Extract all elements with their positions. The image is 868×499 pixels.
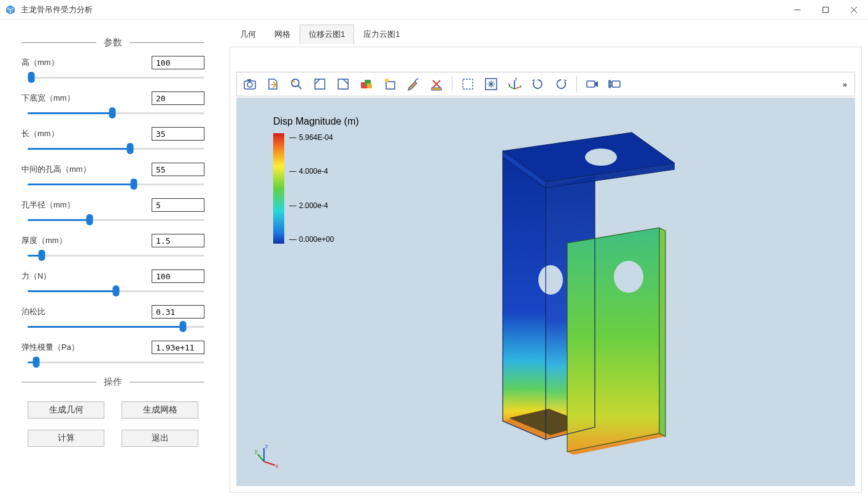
- rotate-cw-icon[interactable]: [529, 75, 547, 93]
- param-slider-2[interactable]: [28, 143, 204, 154]
- svg-rect-19: [587, 81, 595, 87]
- bulb-box-icon[interactable]: [381, 75, 399, 93]
- svg-text:x: x: [276, 463, 279, 468]
- rotate-ccw-icon[interactable]: [552, 75, 570, 93]
- camera-rec-icon[interactable]: [583, 75, 602, 93]
- sidebar: 参数 高（mm） 下底宽（mm） 长（mm）: [0, 20, 226, 499]
- svg-point-28: [538, 265, 563, 295]
- svg-line-35: [264, 462, 275, 465]
- generate-geometry-button[interactable]: 生成几何: [28, 401, 104, 419]
- generate-mesh-button[interactable]: 生成网格: [122, 401, 198, 419]
- param-input-6[interactable]: [152, 269, 204, 283]
- viewer-panel: zyx» Disp Magnitude (m) 5.964E-044.000e-…: [230, 47, 862, 493]
- camera-prev-icon[interactable]: [606, 75, 625, 93]
- tab-2[interactable]: 位移云图1: [300, 25, 354, 44]
- maximize-button[interactable]: [812, 0, 840, 20]
- axis-icon[interactable]: zyx: [505, 75, 524, 93]
- delete-ruler-icon[interactable]: [427, 75, 446, 93]
- param-slider-4[interactable]: [28, 214, 204, 225]
- actions-heading: 操作: [21, 376, 204, 388]
- export-icon[interactable]: [264, 75, 282, 93]
- svg-rect-14: [463, 79, 473, 89]
- param-input-0[interactable]: [152, 56, 204, 69]
- param-slider-6[interactable]: [28, 285, 204, 296]
- tabs: 几何网格位移云图1应力云图1: [226, 25, 868, 44]
- zoom-icon[interactable]: [287, 75, 306, 93]
- model-render: [417, 120, 675, 464]
- color-legend: Disp Magnitude (m) 5.964E-044.000e-42.00…: [273, 116, 359, 244]
- fit-icon[interactable]: [482, 75, 500, 93]
- param-input-5[interactable]: [152, 234, 204, 247]
- svg-line-37: [258, 454, 264, 462]
- svg-rect-0: [823, 7, 829, 12]
- svg-rect-10: [367, 83, 372, 88]
- multibox-icon[interactable]: [357, 75, 376, 93]
- param-label: 厚度（mm）: [21, 235, 67, 246]
- box-nw-icon[interactable]: [311, 75, 329, 93]
- param-input-7[interactable]: [152, 305, 204, 319]
- legend-tick: 2.000e-4: [289, 201, 334, 210]
- param-slider-0[interactable]: [28, 72, 204, 83]
- legend-tick: 0.000e+00: [289, 235, 334, 244]
- param-slider-8[interactable]: [28, 357, 204, 368]
- param-input-2[interactable]: [152, 127, 204, 141]
- svg-marker-31: [567, 228, 659, 452]
- svg-rect-3: [247, 79, 251, 81]
- brush-icon[interactable]: [404, 75, 422, 93]
- param-label: 弹性模量（Pa）: [21, 342, 79, 353]
- param-input-3[interactable]: [152, 163, 204, 176]
- legend-tick: 5.964E-04: [289, 133, 334, 142]
- param-label: 下底宽（mm）: [21, 93, 75, 104]
- param-input-4[interactable]: [152, 198, 204, 212]
- minimize-button[interactable]: [783, 0, 812, 20]
- viewport-canvas[interactable]: Disp Magnitude (m) 5.964E-044.000e-42.00…: [236, 98, 855, 486]
- window-controls: [783, 0, 868, 20]
- param-label: 中间的孔高（mm）: [21, 164, 91, 175]
- select-area-icon[interactable]: [459, 75, 477, 93]
- svg-text:y: y: [255, 448, 258, 454]
- close-button[interactable]: [840, 0, 868, 20]
- svg-rect-13: [432, 88, 441, 90]
- svg-point-12: [385, 79, 389, 82]
- params-heading: 参数: [21, 37, 204, 48]
- svg-marker-26: [503, 157, 546, 439]
- tab-1[interactable]: 网格: [265, 25, 300, 44]
- svg-rect-6: [315, 79, 325, 89]
- window-title: 主龙骨吊件受力分析: [21, 4, 783, 15]
- svg-marker-32: [659, 228, 665, 436]
- param-label: 高（mm）: [21, 57, 59, 68]
- param-slider-1[interactable]: [28, 107, 204, 118]
- box-ne-icon[interactable]: [334, 75, 352, 93]
- exit-button[interactable]: 退出: [122, 430, 198, 447]
- svg-text:x: x: [519, 84, 522, 88]
- tab-0[interactable]: 几何: [231, 25, 265, 44]
- svg-point-25: [585, 149, 617, 166]
- svg-line-5: [298, 85, 301, 89]
- svg-text:y: y: [508, 82, 511, 87]
- legend-tick: 4.000e-4: [289, 167, 334, 176]
- svg-text:z: z: [265, 443, 268, 449]
- param-slider-3[interactable]: [28, 179, 204, 190]
- compute-button[interactable]: 计算: [28, 430, 104, 447]
- viewer-toolbar: zyx»: [236, 72, 855, 96]
- camera-icon[interactable]: [241, 75, 259, 93]
- param-label: 孔半径（mm）: [21, 199, 75, 211]
- param-label: 力（N）: [21, 271, 51, 282]
- svg-point-2: [247, 82, 252, 87]
- toolbar-more-icon[interactable]: »: [839, 80, 851, 89]
- param-input-1[interactable]: [152, 91, 204, 105]
- content-area: 几何网格位移云图1应力云图1 zyx» Disp Magnitude (m) 5…: [226, 20, 868, 499]
- param-slider-7[interactable]: [28, 321, 204, 332]
- param-slider-5[interactable]: [28, 250, 204, 261]
- app-icon: [5, 4, 16, 15]
- legend-colorbar: [273, 133, 284, 244]
- param-input-8[interactable]: [152, 341, 204, 354]
- svg-point-34: [614, 261, 643, 293]
- titlebar: 主龙骨吊件受力分析: [0, 0, 868, 20]
- svg-text:z: z: [515, 77, 517, 81]
- svg-rect-7: [338, 79, 348, 89]
- tab-3[interactable]: 应力云图1: [354, 25, 409, 44]
- axis-triad-icon: x y z: [255, 443, 279, 468]
- param-label: 泊松比: [21, 306, 45, 317]
- legend-title: Disp Magnitude (m): [273, 116, 359, 127]
